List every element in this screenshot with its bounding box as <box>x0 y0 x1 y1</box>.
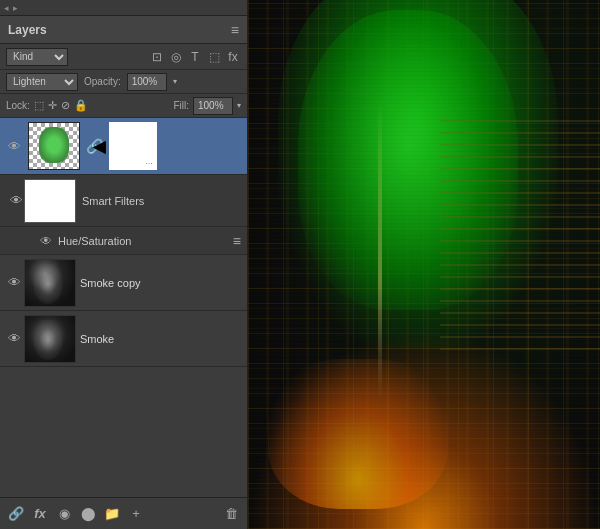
new-layer-button[interactable]: + <box>126 504 146 523</box>
layer-thumbs-wrap-1: 🔗 ◀ … <box>24 120 161 172</box>
art-circuit-bars-right <box>440 120 600 360</box>
lock-all-icon[interactable]: 🔒 <box>74 99 88 112</box>
artwork <box>248 0 600 529</box>
smart-filters-thumbnail <box>24 179 76 223</box>
opacity-arrow-icon[interactable]: ▾ <box>173 77 177 86</box>
link-layers-button[interactable]: 🔗 <box>6 504 26 523</box>
smart-filters-group: 👁 Smart Filters 👁 Hue/Saturation ≡ <box>0 175 247 255</box>
fill-arrow-icon[interactable]: ▾ <box>237 101 241 110</box>
panel-top-bar: ◂ ▸ <box>0 0 247 16</box>
lock-pixels-icon[interactable]: ⬚ <box>34 99 44 112</box>
fill-input[interactable] <box>193 97 233 115</box>
layers-empty-space <box>0 367 247 407</box>
lock-row: Lock: ⬚ ✛ ⊘ 🔒 Fill: ▾ <box>0 94 247 118</box>
art-center-line <box>378 100 382 400</box>
filter-select[interactable]: Kind <box>6 48 68 66</box>
panel-footer: 🔗 fx ◉ ⬤ 📁 + 🗑 <box>0 497 247 529</box>
lock-icons: ⬚ ✛ ⊘ 🔒 <box>34 99 88 112</box>
panel-title: Layers <box>8 23 47 37</box>
layer-item-1[interactable]: 👁 🔗 ◀ … <box>0 118 247 175</box>
layers-panel: ◂ ▸ Layers ≡ Kind ⊡ ◎ T ⬚ fx Lighten Opa… <box>0 0 248 529</box>
filter-adjustment-icon[interactable]: ◎ <box>168 50 184 64</box>
art-fire-glow <box>268 359 448 509</box>
panel-header: Layers ≡ <box>0 16 247 44</box>
smoke-copy-thumbnail <box>24 259 76 307</box>
smoke-copy-name: Smoke copy <box>76 277 243 289</box>
lock-label: Lock: <box>6 100 30 111</box>
filter-row: Kind ⊡ ◎ T ⬚ fx <box>0 44 247 70</box>
eye-icon-smoke[interactable]: 👁 <box>4 331 24 346</box>
filter-icons: ⊡ ◎ T ⬚ fx <box>149 50 241 64</box>
filter-smartobj-icon[interactable]: fx <box>225 50 241 64</box>
lock-move-icon[interactable]: ⊘ <box>61 99 70 112</box>
hue-saturation-adj-icon: ≡ <box>233 233 241 249</box>
collapse-left-icon[interactable]: ◂ <box>4 3 9 13</box>
blend-mode-select[interactable]: Lighten <box>6 73 78 91</box>
fill-label: Fill: <box>173 100 189 111</box>
more-icon: … <box>145 157 153 166</box>
layer-item-smoke[interactable]: 👁 Smoke <box>0 311 247 367</box>
panel-menu-icon[interactable]: ≡ <box>231 22 239 38</box>
hue-saturation-label: Hue/Saturation <box>58 235 233 247</box>
filter-shape-icon[interactable]: ⬚ <box>206 50 222 64</box>
hue-saturation-row[interactable]: 👁 Hue/Saturation ≡ <box>0 227 247 255</box>
arrow-indicator: ◀ <box>93 137 105 156</box>
layer-mask-thumbnail-1: ◀ … <box>109 122 157 170</box>
layers-list: 👁 🔗 ◀ … 👁 Smart Filters 👁 Hue/Sat <box>0 118 247 497</box>
create-adjustment-button[interactable]: ⬤ <box>78 504 98 523</box>
create-group-button[interactable]: 📁 <box>102 504 122 523</box>
canvas-area <box>248 0 600 529</box>
add-mask-button[interactable]: ◉ <box>54 504 74 523</box>
smart-filters-header[interactable]: 👁 Smart Filters <box>0 175 247 227</box>
collapse-right-icon[interactable]: ▸ <box>13 3 18 13</box>
filter-type-icon[interactable]: T <box>187 50 203 64</box>
smart-filters-label: Smart Filters <box>82 195 144 207</box>
lock-position-icon[interactable]: ✛ <box>48 99 57 112</box>
fx-button[interactable]: fx <box>30 504 50 523</box>
delete-layer-button[interactable]: 🗑 <box>221 504 241 523</box>
eye-icon-1[interactable]: 👁 <box>4 139 24 154</box>
opacity-input[interactable] <box>127 73 167 91</box>
layer-thumbnail-1 <box>28 122 80 170</box>
eye-icon-smoke-copy[interactable]: 👁 <box>4 275 24 290</box>
opacity-label: Opacity: <box>84 76 121 87</box>
layer-item-smoke-copy[interactable]: 👁 Smoke copy <box>0 255 247 311</box>
smoke-thumbnail <box>24 315 76 363</box>
eye-icon-smart[interactable]: 👁 <box>6 193 26 208</box>
filter-pixel-icon[interactable]: ⊡ <box>149 50 165 64</box>
eye-icon-huesat[interactable]: 👁 <box>40 234 52 248</box>
blend-row: Lighten Opacity: ▾ <box>0 70 247 94</box>
smoke-name: Smoke <box>76 333 243 345</box>
